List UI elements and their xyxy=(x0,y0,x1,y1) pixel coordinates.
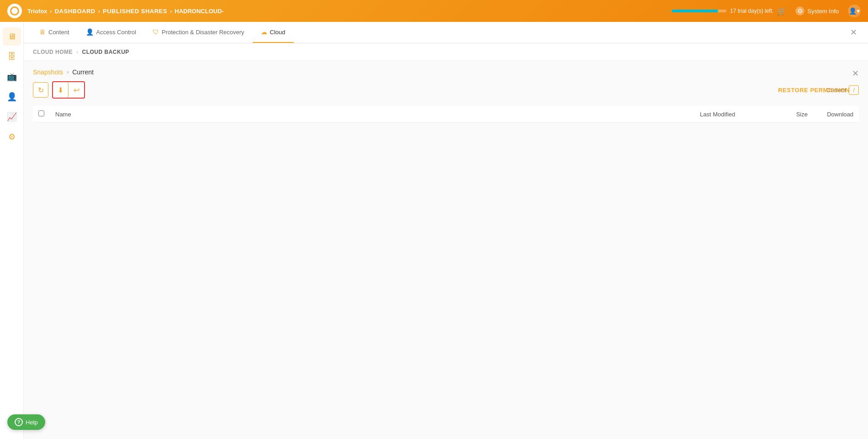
content-panel: Snapshots › Current ✕ ↻ ⬇ ↩ xyxy=(24,61,868,439)
topbar-breadcrumb: Triofox › DASHBOARD › PUBLISHED SHARES ›… xyxy=(27,8,224,15)
access-control-tab-icon: 👤 xyxy=(86,28,94,36)
panel-close-button[interactable]: ✕ xyxy=(852,68,859,78)
restore-download-button[interactable]: ⬇ xyxy=(53,82,69,98)
restore-button-group: ⬇ ↩ xyxy=(52,81,85,99)
header-name-label: Name xyxy=(55,111,71,118)
sidebar-item-analytics[interactable]: 📈 xyxy=(3,108,21,126)
tabs-row: 🖥 Content 👤 Access Control 🛡 Protection … xyxy=(24,22,868,43)
snapshots-current: Current xyxy=(72,68,94,76)
help-circle-icon: ? xyxy=(15,418,23,426)
layout: 🖥 🗄 📺 👤 📈 ⚙ ⬇ 🖥 Content 👤 xyxy=(0,22,868,439)
logo xyxy=(7,4,22,18)
topbar-right: 17 trial day(s) left. 🛒 ⚙ System Info 👤▾ xyxy=(672,5,861,17)
tab-cloud-label: Cloud xyxy=(270,29,286,36)
chart-icon: 📈 xyxy=(7,112,17,122)
breadcrumb-dashboard[interactable]: DASHBOARD xyxy=(55,8,95,15)
topbar: Triofox › DASHBOARD › PUBLISHED SHARES ›… xyxy=(0,0,868,22)
tab-protection[interactable]: 🛡 Protection & Disaster Recovery xyxy=(144,22,253,43)
tab-content-label: Content xyxy=(48,29,69,36)
header-checkbox-col xyxy=(33,106,50,123)
header-last-modified-label: Last Modified xyxy=(700,111,735,118)
system-info-button[interactable]: ⚙ System Info xyxy=(795,6,839,16)
crumb-arrow-2: › xyxy=(98,8,100,15)
select-all-checkbox[interactable] xyxy=(38,110,44,116)
trial-progress-fill xyxy=(672,10,718,12)
desktop-icon: 🖥 xyxy=(8,32,16,42)
breadcrumb-row: CLOUD HOME › CLOUD BACKUP xyxy=(24,43,868,61)
sidebar-item-desktop[interactable]: 🖥 xyxy=(3,27,21,46)
monitor-icon: 📺 xyxy=(7,72,17,82)
system-info-label: System Info xyxy=(807,8,839,15)
close-icon: ✕ xyxy=(850,28,857,37)
crumb-arrow-1: › xyxy=(50,8,52,15)
restore-download-icon: ⬇ xyxy=(58,86,64,94)
cloud-tab-icon: ☁ xyxy=(261,28,267,36)
content-tab-icon: 🖥 xyxy=(39,28,46,36)
breadcrumb-arrow: › xyxy=(76,49,79,55)
sidebar-item-monitor[interactable]: 📺 xyxy=(3,68,21,86)
help-label: Help xyxy=(26,419,38,426)
user-menu-button[interactable]: 👤▾ xyxy=(848,5,861,17)
tab-protection-label: Protection & Disaster Recovery xyxy=(162,29,244,36)
sidebar-item-settings[interactable]: ⚙ xyxy=(3,128,21,146)
tab-access-control-label: Access Control xyxy=(96,29,136,36)
snapshots-link[interactable]: Snapshots xyxy=(33,68,63,76)
breadcrumb-published-shares[interactable]: PUBLISHED SHARES xyxy=(103,8,167,15)
restore-folder-icon: ↩ xyxy=(74,86,79,94)
header-download: Download xyxy=(813,106,859,123)
user-dropdown-arrow: ▾ xyxy=(857,7,860,15)
breadcrumb-current: HADRONCLOUD- xyxy=(175,8,224,15)
header-last-modified: Last Modified xyxy=(694,106,777,123)
gear-icon: ⚙ xyxy=(795,6,804,16)
settings-icon: ⚙ xyxy=(8,132,16,142)
tab-content[interactable]: 🖥 Content xyxy=(31,22,78,43)
file-toolbar: ↻ ⬇ ↩ Current / RESTORE PERMISSION xyxy=(33,81,859,99)
brand-label: Triofox xyxy=(27,8,47,15)
trial-info: 17 trial day(s) left. 🛒 xyxy=(672,7,786,16)
restore-permission-button[interactable]: RESTORE PERMISSION xyxy=(778,87,850,94)
trial-text: 17 trial day(s) left. xyxy=(730,8,773,14)
main-content: 🖥 Content 👤 Access Control 🛡 Protection … xyxy=(24,22,868,439)
sidebar: 🖥 🗄 📺 👤 📈 ⚙ ⬇ xyxy=(0,22,24,439)
breadcrumb-cloud-home[interactable]: CLOUD HOME xyxy=(33,49,73,55)
header-name: Name xyxy=(50,106,694,123)
snapshots-header: Snapshots › Current xyxy=(33,68,859,76)
server-icon: 🗄 xyxy=(8,52,16,62)
trial-progress-bar xyxy=(672,10,726,12)
logo-inner xyxy=(10,6,19,16)
sidebar-item-user[interactable]: 👤 xyxy=(3,88,21,106)
refresh-icon: ↻ xyxy=(38,86,44,94)
header-size: Size xyxy=(777,106,813,123)
crumb-arrow-3: › xyxy=(170,8,172,15)
snapshots-separator: › xyxy=(67,69,69,75)
header-download-label: Download xyxy=(827,111,853,118)
table-header-row: Name Last Modified Size Download xyxy=(33,106,859,123)
cart-icon[interactable]: 🛒 xyxy=(777,7,786,16)
refresh-button[interactable]: ↻ xyxy=(33,82,48,98)
table-header: Name Last Modified Size Download xyxy=(33,106,859,123)
tab-cloud[interactable]: ☁ Cloud xyxy=(253,22,294,43)
help-button[interactable]: ? Help xyxy=(7,414,45,430)
breadcrumb-cloud-backup: CLOUD BACKUP xyxy=(82,49,129,55)
protection-tab-icon: 🛡 xyxy=(153,28,159,36)
restore-folder-button[interactable]: ↩ xyxy=(69,82,84,98)
header-size-label: Size xyxy=(796,111,808,118)
sidebar-item-server[interactable]: 🗄 xyxy=(3,47,21,66)
tab-access-control[interactable]: 👤 Access Control xyxy=(78,22,144,43)
close-tab-button[interactable]: ✕ xyxy=(847,24,861,41)
file-table: Name Last Modified Size Download xyxy=(33,106,859,123)
user-icon: 👤 xyxy=(7,92,17,102)
panel-close-icon: ✕ xyxy=(852,69,859,78)
path-badge: / xyxy=(849,85,859,95)
